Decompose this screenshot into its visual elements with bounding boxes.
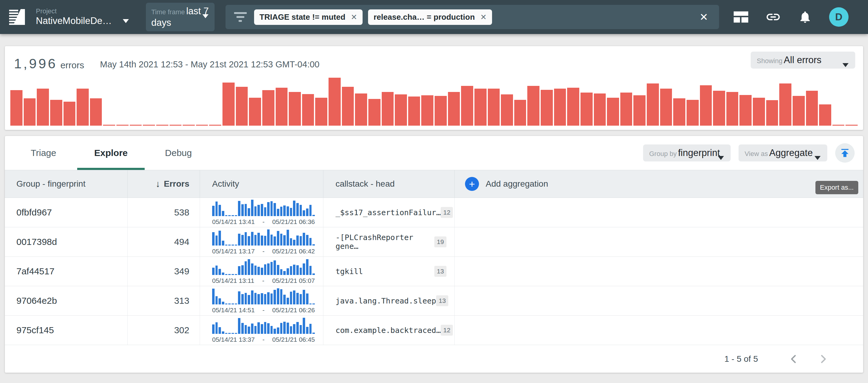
tab-triage[interactable]: Triage bbox=[10, 136, 77, 170]
active-tab-underline bbox=[77, 168, 145, 170]
view-as-label: View as bbox=[745, 150, 768, 158]
filter-chip-release-channel[interactable]: release.cha… = production ✕ bbox=[368, 9, 492, 25]
errors-cell: 538 bbox=[128, 198, 200, 227]
callstack-cell: -[PLCrashReporter gene… 19 bbox=[323, 227, 455, 256]
backtrace-logo-icon[interactable] bbox=[7, 7, 27, 27]
add-aggregation-button[interactable]: + Add aggregation bbox=[455, 170, 863, 198]
activity-end: 05/21/21 05:07 bbox=[272, 277, 315, 284]
chevron-down-icon bbox=[123, 19, 129, 23]
activity-cell: 05/14/21 13:37 - 05/21/21 06:45 bbox=[200, 316, 323, 345]
group-by-label: Group by bbox=[649, 150, 677, 158]
activity-start: 05/14/21 14:51 bbox=[212, 307, 255, 314]
column-header-fingerprint[interactable]: Group - fingerprint bbox=[5, 170, 128, 198]
export-button[interactable] bbox=[835, 143, 855, 163]
tab-label: Triage bbox=[31, 148, 56, 158]
error-count-unit: errors bbox=[60, 60, 84, 70]
table-row[interactable]: 97064e2b 313 05/14/21 14:51 - 05/21/21 0… bbox=[5, 286, 863, 316]
add-aggregation-label: Add aggregation bbox=[486, 179, 548, 189]
fingerprint-cell: 0fbfd967 bbox=[5, 198, 128, 227]
publish-export-icon bbox=[839, 147, 851, 159]
project-selector[interactable]: Project NativeMobileDe… bbox=[36, 7, 129, 27]
column-header-label: Errors bbox=[164, 179, 189, 189]
callstack-head: tgkill bbox=[336, 267, 363, 276]
column-header-errors[interactable]: ↓ Errors bbox=[128, 170, 200, 198]
error-count: 1,996 bbox=[14, 56, 57, 72]
filter-bar[interactable]: TRIAGE state != muted ✕ release.cha… = p… bbox=[225, 5, 719, 29]
callstack-count-badge: 12 bbox=[441, 325, 453, 336]
callstack-head: _$ss17_assertionFailur… bbox=[336, 208, 441, 217]
activity-cell: 05/14/21 13:11 - 05/21/21 05:07 bbox=[200, 257, 323, 286]
table-row[interactable]: 0017398d 494 05/14/21 13:17 - 05/21/21 0… bbox=[5, 227, 863, 257]
project-value: NativeMobileDe… bbox=[36, 15, 112, 27]
activity-sparkline bbox=[212, 317, 315, 334]
activity-end: 05/21/21 06:42 bbox=[272, 248, 315, 255]
next-page-button[interactable] bbox=[813, 349, 833, 369]
activity-end: 05/21/21 06:36 bbox=[272, 218, 315, 225]
top-bar: Project NativeMobileDe… Time frame last … bbox=[0, 0, 868, 34]
tab-explore[interactable]: Explore bbox=[77, 136, 145, 170]
showing-select[interactable]: Showing All errors bbox=[751, 51, 855, 69]
callstack-count-badge: 13 bbox=[434, 266, 446, 277]
activity-cell: 05/14/21 13:17 - 05/21/21 06:42 bbox=[200, 227, 323, 256]
table-row[interactable]: 975cf145 302 05/14/21 13:37 - 05/21/21 0… bbox=[5, 316, 863, 345]
activity-sparkline bbox=[212, 229, 315, 246]
filter-chip-triage-state[interactable]: TRIAGE state != muted ✕ bbox=[254, 9, 363, 25]
aggregation-cell bbox=[455, 227, 863, 256]
pagination-label: 1 - 5 of 5 bbox=[724, 354, 758, 364]
view-as-select[interactable]: View as Aggregate bbox=[739, 144, 827, 162]
table-row[interactable]: 0fbfd967 538 05/14/21 13:41 - 05/21/21 0… bbox=[5, 198, 863, 227]
activity-start: 05/14/21 13:17 bbox=[212, 248, 255, 255]
callstack-count-badge: 13 bbox=[436, 295, 448, 306]
timeframe-label: Time frame bbox=[151, 8, 185, 16]
tab-debug[interactable]: Debug bbox=[145, 136, 212, 170]
table-row[interactable]: 7af44517 349 05/14/21 13:11 - 05/21/21 0… bbox=[5, 257, 863, 286]
plus-icon: + bbox=[465, 177, 479, 191]
share-link-icon[interactable] bbox=[765, 9, 781, 25]
user-avatar[interactable]: D bbox=[829, 7, 848, 27]
filter-chip-label: release.cha… = production bbox=[374, 12, 475, 22]
summary-row: 1,996 errors May 14th 2021 12:53 - May 2… bbox=[5, 46, 863, 72]
tab-label: Debug bbox=[165, 148, 192, 158]
activity-end: 05/21/21 06:26 bbox=[272, 307, 315, 314]
table-header: Group - fingerprint ↓ Errors Activity ca… bbox=[5, 170, 863, 198]
remove-filter-icon[interactable]: ✕ bbox=[351, 13, 357, 22]
activity-sparkline bbox=[212, 200, 315, 216]
aggregation-cell bbox=[455, 198, 863, 227]
date-range: May 14th 2021 12:53 - May 21st 2021 12:5… bbox=[100, 60, 319, 69]
previous-page-button[interactable] bbox=[784, 349, 804, 369]
errors-cell: 349 bbox=[128, 257, 200, 286]
activity-cell: 05/14/21 13:41 - 05/21/21 06:36 bbox=[200, 198, 323, 227]
aggregation-cell bbox=[455, 257, 863, 286]
filter-icon bbox=[234, 12, 247, 22]
chevron-down-icon bbox=[203, 14, 209, 18]
sort-desc-icon: ↓ bbox=[156, 179, 160, 189]
fingerprint-cell: 7af44517 bbox=[5, 257, 128, 286]
callstack-count-badge: 19 bbox=[434, 236, 446, 247]
filter-chip-label: TRIAGE state != muted bbox=[259, 12, 345, 22]
topbar-actions: D bbox=[734, 7, 848, 27]
remove-filter-icon[interactable]: ✕ bbox=[480, 13, 487, 22]
fingerprint-cell: 97064e2b bbox=[5, 286, 128, 315]
aggregation-cell bbox=[455, 286, 863, 315]
timeframe-selector[interactable]: Time frame last 7 days bbox=[146, 3, 215, 31]
project-label: Project bbox=[36, 7, 129, 15]
activity-sparkline bbox=[212, 258, 315, 275]
callstack-cell: java.lang.Thread.sleep 13 bbox=[323, 286, 455, 315]
app-page: Project NativeMobileDe… Time frame last … bbox=[0, 0, 868, 383]
column-header-activity[interactable]: Activity bbox=[200, 170, 323, 198]
errors-histogram[interactable] bbox=[10, 78, 858, 126]
group-by-select[interactable]: Group by fingerprint bbox=[643, 144, 731, 162]
tabs-row: Triage Explore Debug Group by fingerprin… bbox=[5, 136, 863, 170]
chevron-down-icon bbox=[842, 63, 848, 67]
fingerprint-cell: 0017398d bbox=[5, 227, 128, 256]
column-header-callstack[interactable]: callstack - head bbox=[323, 170, 455, 198]
dashboard-icon[interactable] bbox=[734, 11, 748, 23]
showing-value: All errors bbox=[784, 55, 822, 65]
tab-label: Explore bbox=[94, 148, 128, 158]
notifications-bell-icon[interactable] bbox=[798, 10, 812, 24]
clear-filters-icon[interactable]: ✕ bbox=[697, 11, 711, 23]
callstack-head: com.example.backtraced… bbox=[336, 326, 441, 335]
activity-end: 05/21/21 06:45 bbox=[272, 336, 315, 343]
table-controls: Group by fingerprint View as Aggregate bbox=[643, 143, 855, 163]
callstack-head: java.lang.Thread.sleep bbox=[336, 297, 436, 305]
